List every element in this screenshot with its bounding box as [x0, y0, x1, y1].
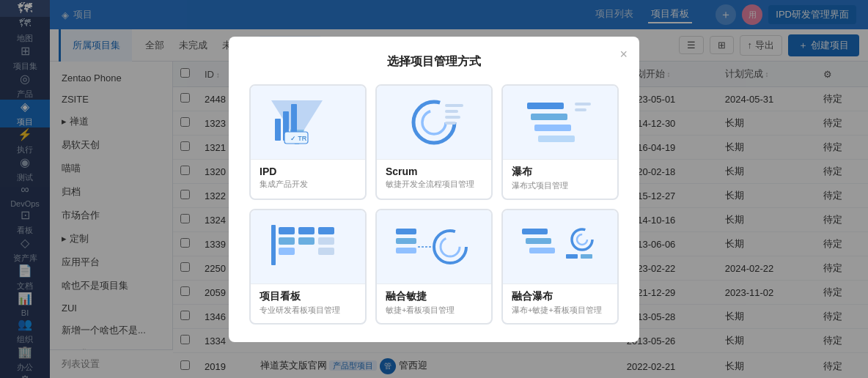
ipd-desc: 集成产品开发	[260, 179, 356, 190]
modal-card-fusewf[interactable]: 融合瀑布 瀑布+敏捷+看板项目管理	[501, 209, 619, 325]
scrum-name: Scrum	[386, 166, 482, 177]
waterfall-desc: 瀑布式项目管理	[512, 180, 608, 191]
fusewf-card-info: 融合瀑布 瀑布+敏捷+看板项目管理	[503, 284, 617, 323]
svg-rect-13	[527, 103, 564, 109]
kanban-name: 项目看板	[260, 290, 356, 303]
svg-rect-22	[279, 248, 295, 255]
svg-rect-23	[298, 227, 315, 234]
svg-rect-17	[575, 103, 591, 105]
fusewf-desc: 瀑布+敏捷+看板项目管理	[512, 305, 608, 316]
svg-rect-29	[396, 238, 416, 244]
fusewf-illustration	[503, 210, 617, 284]
svg-rect-12	[445, 122, 456, 125]
svg-rect-19	[271, 225, 276, 265]
svg-rect-20	[279, 227, 295, 234]
svg-point-37	[572, 229, 592, 250]
svg-rect-21	[279, 237, 295, 245]
ipd-illustration: ✓ TR	[251, 86, 365, 159]
fuse-card-info: 融合敏捷 敏捷+看板项目管理	[377, 284, 491, 323]
svg-rect-34	[522, 229, 548, 234]
modal-overlay[interactable]: 选择项目管理方式 × ✓ TR	[0, 0, 868, 378]
svg-rect-14	[531, 114, 567, 120]
ipd-name: IPD	[260, 166, 356, 177]
project-type-modal: 选择项目管理方式 × ✓ TR	[229, 37, 639, 342]
svg-rect-24	[298, 237, 315, 245]
scrum-card-info: Scrum 敏捷开发全流程项目管理	[377, 159, 491, 197]
svg-rect-11	[445, 116, 460, 119]
scrum-illustration	[377, 86, 491, 159]
kanban-card-info: 项目看板 专业研发看板项目管理	[251, 284, 365, 323]
svg-rect-39	[566, 254, 578, 259]
svg-rect-15	[534, 125, 571, 131]
svg-rect-26	[318, 237, 334, 245]
svg-rect-25	[318, 227, 334, 234]
waterfall-name: 瀑布	[512, 166, 608, 179]
ipd-card-info: IPD 集成产品开发	[251, 159, 365, 197]
fuse-illustration	[377, 210, 491, 284]
fuse-name: 融合敏捷	[386, 290, 482, 303]
svg-point-38	[577, 234, 587, 245]
scrum-desc: 敏捷开发全流程项目管理	[386, 179, 482, 190]
waterfall-card-info: 瀑布 瀑布式项目管理	[503, 159, 617, 199]
svg-rect-28	[396, 229, 416, 234]
waterfall-illustration	[503, 86, 617, 159]
svg-rect-2	[275, 119, 281, 141]
svg-point-31	[434, 231, 466, 263]
modal-card-ipd[interactable]: ✓ TR IPD 集成产品开发	[249, 84, 367, 200]
modal-card-fuse[interactable]: 融合敏捷 敏捷+看板项目管理	[375, 209, 493, 325]
svg-rect-16	[538, 136, 575, 142]
modal-card-kanban[interactable]: 项目看板 专业研发看板项目管理	[249, 209, 367, 325]
svg-rect-27	[318, 248, 334, 255]
svg-rect-30	[396, 248, 416, 253]
svg-point-32	[441, 237, 460, 256]
svg-text:✓ TR: ✓ TR	[290, 135, 307, 142]
modal-card-scrum[interactable]: Scrum 敏捷开发全流程项目管理	[375, 84, 493, 200]
modal-card-grid: ✓ TR IPD 集成产品开发	[249, 84, 619, 325]
svg-rect-36	[529, 248, 555, 253]
svg-rect-18	[575, 108, 586, 111]
svg-point-8	[422, 111, 446, 134]
svg-rect-40	[581, 254, 592, 259]
fuse-desc: 敏捷+看板项目管理	[386, 305, 482, 316]
modal-title: 选择项目管理方式	[249, 54, 619, 70]
kanban-illustration	[251, 210, 365, 284]
svg-rect-10	[445, 110, 458, 113]
modal-card-waterfall[interactable]: 瀑布 瀑布式项目管理	[501, 84, 619, 200]
modal-close-button[interactable]: ×	[619, 47, 628, 62]
svg-rect-35	[526, 238, 551, 244]
svg-rect-9	[445, 104, 463, 107]
kanban-desc: 专业研发看板项目管理	[260, 305, 356, 316]
fusewf-name: 融合瀑布	[512, 290, 608, 303]
